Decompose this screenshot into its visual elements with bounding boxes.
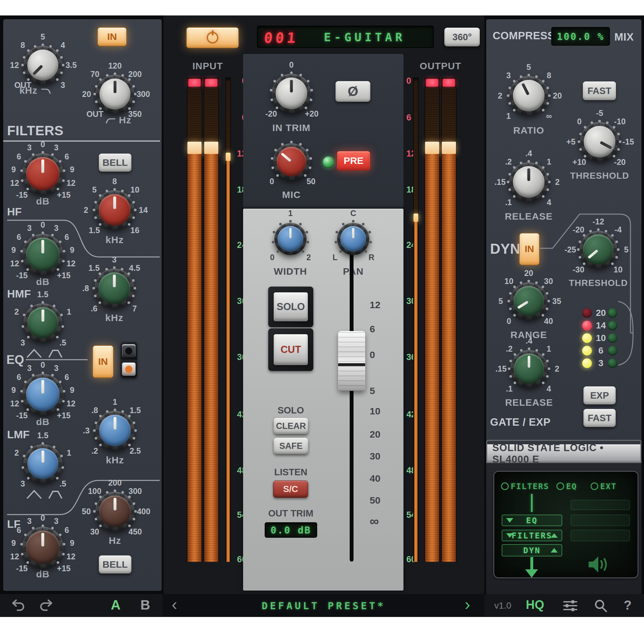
- knob-tick: [32, 374, 34, 376]
- width-knob[interactable]: 012: [278, 226, 303, 252]
- knob-tick: [542, 80, 545, 82]
- knob-tick-label: 400: [132, 507, 155, 516]
- move-down-icon[interactable]: [506, 533, 513, 538]
- search-icon[interactable]: [593, 598, 609, 613]
- hmf-freq-knob[interactable]: .6.81.534.57: [99, 272, 130, 304]
- help-button[interactable]: ?: [624, 598, 631, 612]
- knob-tick-label: 1.5: [124, 406, 147, 414]
- lmf-gain-knob[interactable]: -1512963036912+15: [26, 378, 60, 411]
- threshold-led-6: [608, 346, 617, 355]
- knob-tick: [106, 190, 108, 192]
- routing-block-dyn[interactable]: DYN: [502, 544, 562, 556]
- knob-tick: [134, 287, 136, 289]
- knob-tick-label: 12: [3, 399, 26, 408]
- knob-tick: [128, 301, 130, 304]
- knob-tick-label: .5: [51, 338, 74, 347]
- hmf-gain-knob[interactable]: -1512963036912+15: [26, 238, 60, 271]
- out-trim-display[interactable]: 0.0 dB: [265, 522, 317, 538]
- next-preset-button[interactable]: ›: [465, 595, 470, 614]
- current-preset-name[interactable]: DEFAULT PRESET*: [211, 600, 436, 611]
- routing-block-eq[interactable]: EQ: [502, 515, 562, 526]
- move-down-icon[interactable]: [506, 518, 513, 523]
- solo-button[interactable]: SOLO: [268, 287, 313, 327]
- lf-gain-knob[interactable]: -1512963036912+15: [26, 531, 60, 564]
- pan-knob[interactable]: LCR: [340, 226, 366, 252]
- gate-release-knob[interactable]: .1.15.2.4124: [514, 354, 544, 384]
- knob-tick-label: 6: [55, 152, 78, 161]
- comp-threshold-knob[interactable]: +10+50-5-10-15-20: [584, 126, 615, 157]
- comp-release-knob[interactable]: .1.15.2.4124: [513, 166, 545, 198]
- knob-tick: [299, 74, 302, 76]
- routing-radio-filters[interactable]: [501, 482, 509, 490]
- routing-block-filters[interactable]: FILTERS: [502, 530, 562, 541]
- prev-preset-button[interactable]: ‹: [172, 595, 177, 614]
- knob-pointer: [41, 159, 44, 173]
- ratio-knob[interactable]: 1235820∞: [513, 80, 545, 111]
- knob-tick: [95, 502, 97, 505]
- in-trim-knob[interactable]: -200+20: [276, 78, 307, 109]
- highpass-freq-knob[interactable]: OUT2070120200300350: [99, 79, 130, 109]
- knob-tick-label: 4: [51, 41, 74, 49]
- knob-tick-label: 35: [545, 297, 568, 305]
- knob-tick: [509, 308, 512, 310]
- fader-track[interactable]: [350, 241, 354, 562]
- mic-gain-knob[interactable]: 050: [277, 147, 306, 176]
- eq-in-button[interactable]: IN: [92, 345, 114, 378]
- redo-icon[interactable]: [38, 599, 55, 613]
- lmf-freq-knob[interactable]: .2.3.811.52.5: [99, 415, 131, 446]
- knob-tick-label: .4: [517, 149, 540, 157]
- gr-led-20: [582, 308, 592, 318]
- gate-threshold-knob[interactable]: -30-25-20-12-4510: [583, 234, 613, 265]
- routing-radio-eq[interactable]: [556, 482, 564, 490]
- highpass-curve-icon: [105, 117, 116, 124]
- listen-sc-button[interactable]: S/C: [273, 480, 308, 498]
- comp-fast-button[interactable]: FAST: [583, 81, 616, 100]
- knob-tick-label: -5: [588, 109, 611, 117]
- view-360-button[interactable]: 360°: [444, 28, 480, 46]
- eq-shape-toggle-bottom[interactable]: [120, 360, 137, 378]
- knob-tick: [509, 375, 512, 378]
- exp-button[interactable]: EXP: [583, 386, 616, 404]
- undo-icon[interactable]: [10, 599, 26, 613]
- solo-safe-button[interactable]: SAFE: [274, 438, 308, 454]
- speaker-icon[interactable]: [587, 554, 611, 574]
- ab-compare-b[interactable]: B: [140, 597, 150, 613]
- hf-bell-button[interactable]: BELL: [99, 154, 131, 172]
- filters-in-button[interactable]: IN: [97, 27, 127, 46]
- eq-shape-toggle-top[interactable]: [120, 342, 137, 360]
- hf-gain-knob[interactable]: -1512963036912+15: [26, 157, 60, 191]
- knob-tick-label: 1.5: [31, 290, 54, 298]
- threshold-led-20: [608, 308, 617, 318]
- cut-button[interactable]: CUT: [268, 328, 313, 371]
- move-up-icon[interactable]: [551, 533, 558, 538]
- litfill: [425, 154, 439, 562]
- move-up-icon[interactable]: [551, 548, 558, 553]
- phase-button[interactable]: Ø: [336, 81, 370, 102]
- lowpass-freq-knob[interactable]: OUT128543.53: [27, 50, 58, 81]
- settings-sliders-icon[interactable]: [561, 598, 579, 613]
- out-trim-label: OUT TRIM: [265, 508, 317, 519]
- routing-radio-ext[interactable]: [591, 482, 598, 490]
- knob-tick-label: 4: [537, 198, 561, 206]
- hmf-q-knob[interactable]: 321.51.5: [27, 307, 58, 338]
- range-knob[interactable]: 051020303540: [514, 286, 544, 316]
- toggle-dark-dot: [125, 347, 132, 355]
- lmf-q-knob[interactable]: 321.51.5: [27, 448, 58, 479]
- hf-freq-knob[interactable]: 1.5258101416: [99, 194, 130, 226]
- dyn-in-button[interactable]: IN: [519, 233, 540, 265]
- solo-clear-button[interactable]: CLEAR: [274, 418, 308, 434]
- power-button[interactable]: [186, 27, 239, 48]
- hq-toggle[interactable]: HQ: [526, 598, 544, 612]
- narrow-bell-icon: [27, 491, 41, 498]
- lf-freq-knob[interactable]: 3050100200300400450: [99, 496, 131, 527]
- knob-tick-label: 12: [3, 259, 26, 268]
- knob-tick: [591, 121, 593, 124]
- pre-button[interactable]: PRE: [336, 151, 371, 171]
- gate-fast-button[interactable]: FAST: [583, 409, 616, 427]
- lf-bell-button[interactable]: BELL: [99, 555, 131, 573]
- mix-display[interactable]: 100.0 %: [551, 27, 610, 46]
- knob-tick: [99, 272, 101, 275]
- preset-display[interactable]: 001 E-GUITAR: [257, 26, 434, 48]
- fader-handle[interactable]: [338, 331, 365, 391]
- ab-compare-a[interactable]: A: [111, 597, 120, 613]
